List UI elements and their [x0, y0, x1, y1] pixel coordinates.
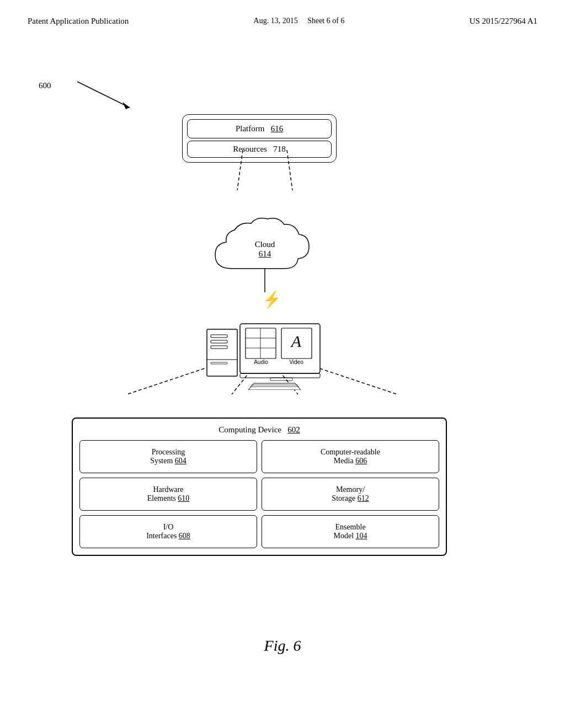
cloud-shape: Cloud 614 [210, 213, 320, 285]
cd-grid: Processing System 604 Computer-readable … [79, 440, 439, 548]
cd-cell-computer-readable: Computer-readable Media 606 [262, 440, 439, 473]
cloud-label: Cloud 614 [255, 240, 275, 259]
platform-box: Platform 616 Resources 718 [182, 114, 337, 163]
cd-cr-line1: Computer-readable [321, 448, 380, 457]
diagram-area: 600 Platform 616 Resources 718 Cloud 614… [0, 26, 565, 688]
page-header: Patent Application Publication Aug. 13, … [0, 0, 565, 26]
cd-processing-line1: Processing [150, 448, 186, 457]
cd-cell-hardware: Hardware Elements 610 [79, 478, 257, 511]
cd-processing-line2: System 604 [150, 457, 186, 465]
svg-rect-24 [240, 373, 320, 378]
resources-inner: Resources 718 [187, 141, 332, 158]
ref-600-label: 600 [39, 81, 51, 90]
cd-ens-line1: Ensemble [333, 523, 367, 532]
resources-label: Resources [233, 144, 267, 153]
cloud-text-number: 614 [255, 249, 275, 259]
computing-device-box: Computing Device 602 Processing System 6… [72, 417, 447, 556]
header-sheet: Sheet 6 of 6 [307, 17, 344, 25]
cd-mem-line2: Storage 612 [332, 494, 369, 503]
cd-title-number: 602 [287, 425, 300, 434]
cd-mem-line1: Memory/ [332, 485, 369, 494]
cd-cr-line2: Media 606 [321, 457, 380, 465]
platform-label: Platform [236, 124, 265, 133]
svg-rect-25 [270, 378, 292, 381]
computer-illustration: Audio A Video [204, 318, 326, 390]
cd-io-line1: I/O [146, 523, 190, 532]
header-date: Aug. 13, 2015 [254, 17, 298, 25]
platform-inner: Platform 616 [187, 119, 332, 138]
cd-title-label: Computing Device [218, 425, 281, 434]
svg-rect-16 [246, 328, 276, 358]
svg-rect-9 [207, 329, 237, 376]
cd-cell-processing: Processing System 604 [79, 440, 257, 473]
platform-number: 616 [271, 124, 284, 133]
cd-cell-ensemble: Ensemble Model 104 [262, 515, 439, 548]
svg-text:Audio: Audio [254, 359, 268, 365]
header-center: Aug. 13, 2015 Sheet 6 of 6 [254, 17, 345, 25]
platform-outer-border: Platform 616 Resources 718 [182, 114, 337, 163]
lightning-icon: ⚡ [262, 290, 282, 310]
cloud-text-label: Cloud [255, 240, 275, 249]
resources-number: 718 [273, 144, 286, 153]
cd-io-line2: Interfaces 608 [146, 532, 190, 540]
figure-label: Fig. 6 [264, 637, 301, 655]
svg-text:Video: Video [289, 359, 303, 365]
cd-ens-line2: Model 104 [333, 532, 367, 540]
cd-cell-memory: Memory/ Storage 612 [262, 478, 439, 511]
svg-text:A: A [290, 332, 302, 350]
cd-cell-io: I/O Interfaces 608 [79, 515, 257, 548]
cd-hw-line1: Hardware [147, 485, 190, 494]
cd-hw-line2: Elements 610 [147, 494, 190, 503]
header-right: US 2015/227964 A1 [470, 17, 537, 26]
computing-device-title: Computing Device 602 [79, 425, 439, 435]
header-left: Patent Application Publication [28, 17, 129, 26]
